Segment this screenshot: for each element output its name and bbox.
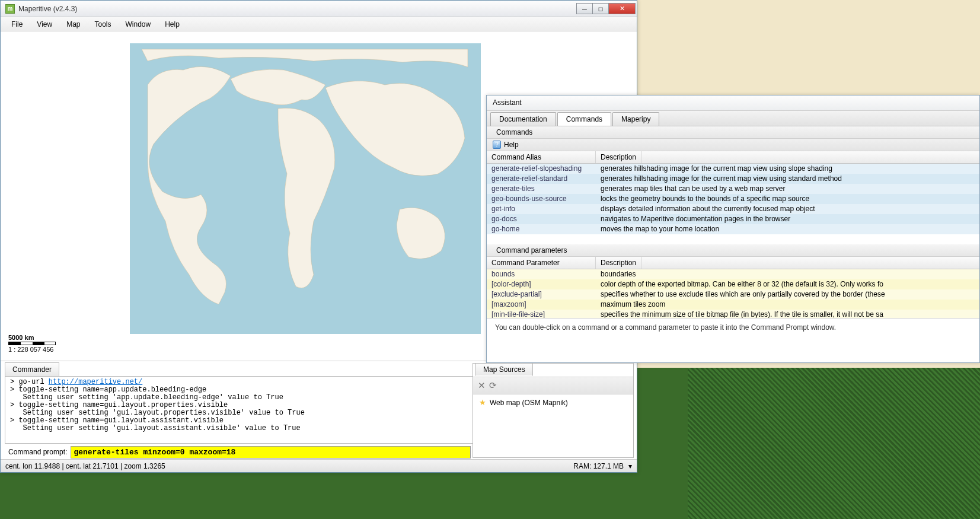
scale-ratio: 1 : 228 057 456 (8, 346, 56, 353)
command-prompt-row: Command prompt: (5, 445, 471, 458)
scale-distance: 5000 km (8, 334, 56, 341)
tab-commands[interactable]: Commands (557, 112, 611, 126)
scale-bar-icon (8, 342, 56, 345)
col-command-alias[interactable]: Command Alias (487, 151, 596, 163)
star-icon: ★ (479, 398, 486, 407)
menu-tools[interactable]: Tools (87, 18, 118, 30)
help-button[interactable]: ? Help (487, 139, 979, 151)
command-prompt-input[interactable] (71, 446, 471, 458)
close-button[interactable]: ✕ (608, 3, 636, 14)
tab-maperipy[interactable]: Maperipy (612, 112, 659, 126)
col-description-2[interactable]: Description (596, 257, 641, 269)
assistant-title: Assistant (487, 95, 979, 111)
tab-documentation[interactable]: Documentation (490, 112, 556, 126)
param-row[interactable]: [exclude-partial]specifies whether to us… (487, 289, 979, 300)
command-row[interactable]: generate-relief-slopeshadinggenerates hi… (487, 164, 979, 174)
command-row[interactable]: get-infodisplays detailed information ab… (487, 204, 979, 214)
commands-section-header: Commands (487, 126, 979, 139)
minimize-button[interactable]: ─ (576, 3, 593, 14)
tab-commander[interactable]: Commander (5, 362, 59, 376)
command-row[interactable]: generate-relief-standardgenerates hillsh… (487, 174, 979, 184)
map-sources-toolbar: ✕ ⟳ (473, 377, 633, 394)
menu-help[interactable]: Help (158, 18, 187, 30)
help-icon: ? (493, 141, 501, 149)
app-icon: m (5, 4, 15, 14)
map-source-item[interactable]: ★ Web map (OSM Mapnik) (473, 394, 633, 410)
map-canvas[interactable] (130, 43, 481, 334)
param-row[interactable]: boundsboundaries (487, 269, 979, 279)
assistant-panel: Assistant Documentation Commands Maperip… (486, 95, 980, 363)
params-list[interactable]: boundsboundaries [color-depth]color dept… (487, 269, 979, 318)
command-row[interactable]: geo-bounds-use-sourcelocks the geometry … (487, 194, 979, 204)
params-section-header: Command parameters (487, 244, 979, 257)
assistant-tabs: Documentation Commands Maperipy (487, 111, 979, 126)
titlebar[interactable]: m Maperitive (v2.4.3) ─ □ ✕ (1, 1, 637, 17)
command-row[interactable]: generate-tilesgenerates map tiles that c… (487, 184, 979, 194)
refresh-source-icon[interactable]: ⟳ (489, 380, 497, 391)
menu-map[interactable]: Map (59, 18, 87, 30)
status-ram: RAM: 127.1 MB (573, 462, 624, 470)
statusbar-chevron-icon[interactable]: ▾ (628, 462, 632, 470)
menu-view[interactable]: View (30, 18, 59, 30)
col-command-parameter[interactable]: Command Parameter (487, 257, 596, 269)
scalebar: 5000 km 1 : 228 057 456 (8, 334, 56, 353)
commander-url-link[interactable]: http://maperitive.net/ (49, 378, 142, 386)
menubar: File View Map Tools Window Help (1, 17, 637, 31)
desktop-grass (688, 368, 980, 519)
command-row[interactable]: go-homemoves the map to your home locati… (487, 224, 979, 234)
assistant-hint: You can double-click on a command or a c… (487, 318, 979, 336)
maximize-button[interactable]: □ (592, 3, 609, 14)
command-row[interactable]: go-docsnavigates to Maperitive documenta… (487, 214, 979, 224)
map-source-label: Web map (OSM Mapnik) (490, 399, 568, 407)
tab-map-sources[interactable]: Map Sources (475, 363, 533, 376)
window-title: Maperitive (v2.4.3) (18, 5, 577, 13)
param-row[interactable]: [maxzoom]maximum tiles zoom (487, 300, 979, 310)
col-description[interactable]: Description (596, 151, 641, 163)
statusbar: cent. lon 11.9488 | cent. lat 21.7101 | … (1, 459, 637, 472)
menu-file[interactable]: File (4, 18, 30, 30)
command-prompt-label: Command prompt: (5, 448, 71, 456)
status-coords: cent. lon 11.9488 | cent. lat 21.7101 | … (5, 462, 165, 470)
params-table-header: Command Parameter Description (487, 257, 979, 269)
commands-table-header: Command Alias Description (487, 151, 979, 164)
help-label: Help (504, 141, 519, 149)
remove-source-icon[interactable]: ✕ (478, 380, 486, 391)
param-row[interactable]: [min-tile-file-size]specifies the minimu… (487, 310, 979, 318)
commands-list[interactable]: generate-relief-slopeshadinggenerates hi… (487, 164, 979, 244)
menu-window[interactable]: Window (119, 18, 158, 30)
param-row[interactable]: [color-depth]color depth of the exported… (487, 279, 979, 289)
map-sources-panel: Map Sources ✕ ⟳ ★ Web map (OSM Mapnik) (473, 363, 634, 458)
